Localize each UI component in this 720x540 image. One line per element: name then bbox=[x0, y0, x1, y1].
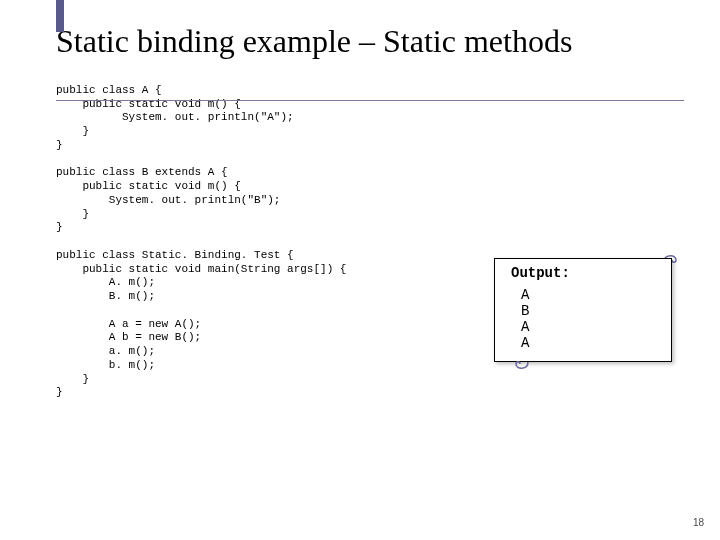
page-number: 18 bbox=[693, 517, 704, 528]
slide: Static binding example – Static methods … bbox=[0, 0, 720, 540]
accent-bar bbox=[56, 0, 64, 32]
slide-title: Static binding example – Static methods bbox=[56, 24, 684, 60]
output-box: Output: A B A A bbox=[494, 258, 672, 362]
title-underline bbox=[56, 100, 684, 101]
output-lines: A B A A bbox=[511, 287, 661, 351]
scroll-curl-icon bbox=[512, 360, 530, 374]
output-label: Output: bbox=[511, 265, 661, 281]
